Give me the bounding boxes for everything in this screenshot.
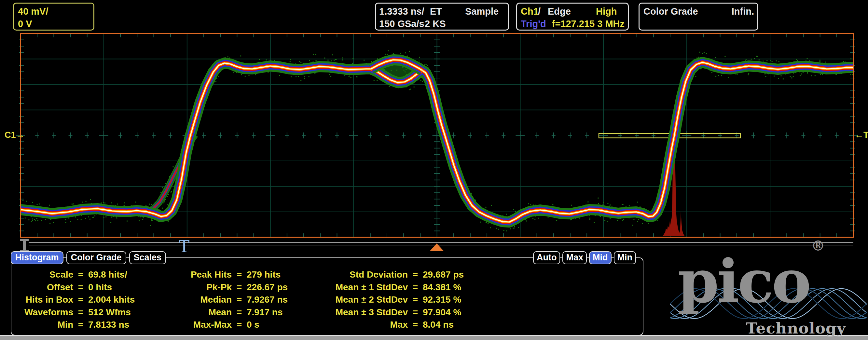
timebase-et-mode: ET <box>430 6 442 16</box>
stat-eq-scale: = <box>73 269 88 281</box>
stat-val-waveforms: 512 Wfms <box>88 306 135 319</box>
logo-brand: pico <box>678 246 809 316</box>
stat-lbl-hits-in-box: Hits in Box <box>13 294 73 306</box>
tab-histogram[interactable]: Histogram <box>11 251 63 264</box>
stat-val-mean-2-stddev: 92.315 % <box>423 294 464 306</box>
stat-lbl-mean-2-stddev: Mean ± 2 StdDev <box>329 294 408 306</box>
stat-lbl-scale: Scale <box>13 269 73 281</box>
stat-val-mean: 7.917 ns <box>247 306 288 319</box>
stat-column-1: Scale=69.8 hits/Offset=0 hitsHits in Box… <box>13 269 135 331</box>
display-mode: Color Grade <box>644 6 698 16</box>
stat-eq-mean-1-stddev: = <box>408 281 423 294</box>
stat-eq-max-max: = <box>232 318 247 331</box>
stat-lbl-median: Median <box>182 294 232 306</box>
stat-eq-pk-pk: = <box>232 281 247 294</box>
trigger-type: Edge <box>548 6 571 16</box>
view-size-buttons: AutoMaxMidMin <box>533 251 636 264</box>
registered-trademark-icon: ® <box>811 238 825 254</box>
stat-val-min: 7.8133 ns <box>88 318 135 331</box>
tab-scales[interactable]: Scales <box>129 251 166 264</box>
stat-eq-std-deviation: = <box>408 269 423 281</box>
view-button-max[interactable]: Max <box>562 251 587 264</box>
stat-val-median: 7.9267 ns <box>247 294 288 306</box>
pico-technology-logo: pico® Technology <box>670 247 868 338</box>
trigger-level: High <box>596 6 617 16</box>
stat-val-peak-hits: 279 hits <box>247 269 288 281</box>
stat-column-3: Std Deviation=29.687 psMean ± 1 StdDev=8… <box>329 269 464 331</box>
stat-lbl-min: Min <box>13 318 73 331</box>
stat-eq-mean: = <box>232 306 247 319</box>
timebase-scale: 1.3333 ns/ <box>379 6 425 16</box>
view-button-auto[interactable]: Auto <box>533 251 560 264</box>
trigger-time-marker[interactable]: T <box>179 239 189 255</box>
trigger-level-marker[interactable]: ←T <box>855 130 868 140</box>
trigger-separator: / <box>538 6 540 16</box>
stat-lbl-waveforms: Waveforms <box>13 306 73 319</box>
logo-brand-text: pico® <box>678 248 823 311</box>
stat-lbl-mean: Mean <box>182 306 232 319</box>
stat-eq-mean-2-stddev: = <box>408 294 423 306</box>
stat-column-2: Peak Hits=279 hitsPk-Pk=226.67 psMedian=… <box>182 269 288 331</box>
stat-eq-median: = <box>232 294 247 306</box>
timebase-acq-mode: Sample <box>465 6 499 16</box>
stat-eq-max: = <box>408 318 423 331</box>
stat-eq-waveforms: = <box>73 306 88 319</box>
stat-val-std-deviation: 29.687 ps <box>423 269 464 281</box>
stat-val-max: 8.04 ns <box>423 318 464 331</box>
stat-val-pk-pk: 226.67 ps <box>247 281 288 294</box>
trigger-status: Trig'd <box>521 19 546 29</box>
channel-scale-box[interactable]: 40 mV/ 0 V <box>13 3 94 31</box>
stat-val-hits-in-box: 2.004 khits <box>88 294 135 306</box>
stat-lbl-mean-3-stddev: Mean ± 3 StdDev <box>329 306 408 319</box>
stat-lbl-offset: Offset <box>13 281 73 294</box>
timeline-ibeam-marker <box>23 240 26 251</box>
stat-val-mean-1-stddev: 84.381 % <box>423 281 464 294</box>
display-persistence: Infin. <box>732 6 754 16</box>
view-button-mid[interactable]: Mid <box>589 251 612 264</box>
stat-val-max-max: 0 s <box>247 318 288 331</box>
channel-offset: 0 V <box>18 19 32 29</box>
stat-val-mean-3-stddev: 97.904 % <box>423 306 464 319</box>
stat-eq-offset: = <box>73 281 88 294</box>
display-mode-box[interactable]: Color Grade Infin. <box>639 3 758 31</box>
stat-eq-min: = <box>73 318 88 331</box>
timebase-record-length: 2 KS <box>425 19 445 29</box>
trigger-box[interactable]: Ch1 / Edge High Trig'd f=127.215 3 MHz <box>516 3 629 31</box>
panel-tabs: HistogramColor GradeScales <box>11 251 166 264</box>
trigger-source: Ch1 <box>521 6 539 16</box>
stat-val-offset: 0 hits <box>88 281 135 294</box>
timebase-box[interactable]: 1.3333 ns/ ET Sample 150 GSa/s 2 KS <box>375 3 509 31</box>
stat-lbl-max-max: Max-Max <box>182 318 232 331</box>
channel-position-marker[interactable]: C1→ <box>5 130 25 140</box>
stat-lbl-mean-1-stddev: Mean ± 1 StdDev <box>329 281 408 294</box>
stat-val-scale: 69.8 hits/ <box>88 269 135 281</box>
stat-eq-mean-3-stddev: = <box>408 306 423 319</box>
channel-scale: 40 mV/ <box>18 6 49 16</box>
stat-lbl-peak-hits: Peak Hits <box>182 269 232 281</box>
stat-lbl-std-deviation: Std Deviation <box>329 269 408 281</box>
stat-lbl-max: Max <box>329 318 408 331</box>
view-button-min[interactable]: Min <box>614 251 636 264</box>
stat-eq-peak-hits: = <box>232 269 247 281</box>
trigger-position-triangle-icon[interactable] <box>430 243 444 251</box>
logo-subtitle: Technology <box>746 319 846 337</box>
stat-eq-hits-in-box: = <box>73 294 88 306</box>
stat-lbl-pk-pk: Pk-Pk <box>182 281 232 294</box>
tab-color-grade[interactable]: Color Grade <box>66 251 126 264</box>
trigger-frequency: f=127.215 3 MHz <box>552 19 625 29</box>
timebase-sample-rate: 150 GSa/s <box>379 19 425 29</box>
